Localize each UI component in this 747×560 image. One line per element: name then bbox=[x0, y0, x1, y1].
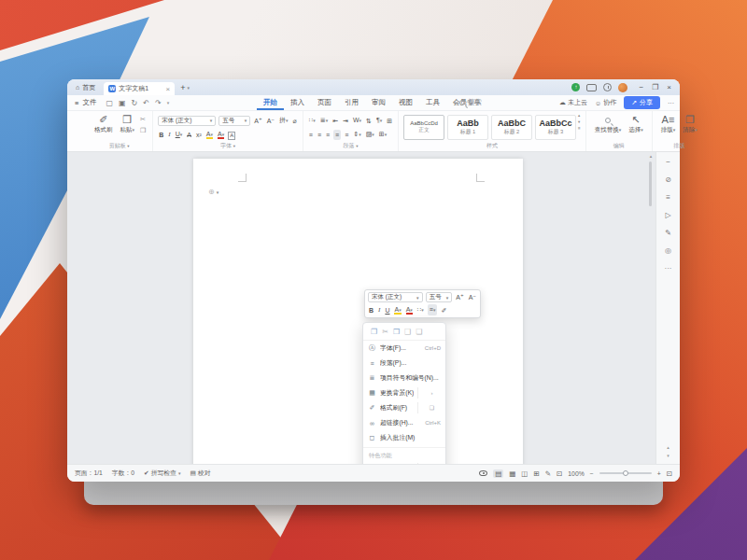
style-box-4[interactable]: AaBbCc标题 3 bbox=[535, 115, 576, 140]
scroll-up-icon[interactable]: ▴ bbox=[650, 153, 653, 159]
context-menu-item-hyperlink[interactable]: ∞超链接(H)...Ctrl+K bbox=[363, 415, 445, 430]
mini-underline-icon[interactable]: U bbox=[384, 305, 390, 315]
justify-icon[interactable]: ≡ bbox=[333, 130, 341, 140]
align-right-icon[interactable]: ≡ bbox=[325, 130, 331, 140]
cut-icon[interactable]: ✂ bbox=[140, 116, 146, 123]
clipboard-group-label[interactable]: 剪贴板 ▾ bbox=[86, 142, 152, 150]
clear-format-icon[interactable]: ⌀ bbox=[292, 116, 298, 126]
decrease-font-icon[interactable]: A⁻ bbox=[266, 116, 275, 126]
font-color-icon[interactable]: A▾ bbox=[217, 129, 225, 140]
tips-icon[interactable]: ◎ bbox=[665, 246, 671, 255]
scrollbar-thumb[interactable] bbox=[649, 161, 652, 206]
mini-font-size-select[interactable]: 五号▾ bbox=[426, 292, 453, 302]
save-icon[interactable]: ▣ bbox=[119, 99, 126, 107]
mini-bold-icon[interactable]: B bbox=[368, 305, 374, 315]
context-menu-item-change-background[interactable]: ▦更换背景(K)...› bbox=[363, 385, 445, 400]
style-box-2[interactable]: AaBb标题 1 bbox=[447, 115, 488, 140]
edit-tool-icon[interactable]: ✎ bbox=[665, 229, 671, 237]
vertical-scrollbar[interactable]: ▴ bbox=[647, 153, 655, 463]
quick-access-caret-icon[interactable]: ▾ bbox=[167, 100, 170, 105]
context-menu-item-translate[interactable]: ⇆翻译(T)› bbox=[363, 461, 445, 464]
ribbon-tab-7[interactable]: 工具 bbox=[419, 95, 446, 110]
paste-button[interactable]: ❒ 粘贴▾ bbox=[117, 113, 139, 135]
increase-indent-icon[interactable]: ⇥ bbox=[342, 116, 349, 126]
page-view-icon[interactable]: ▤ bbox=[493, 469, 503, 478]
style-scroll-down-icon[interactable]: ▾ bbox=[578, 119, 581, 124]
more-tools-icon[interactable]: ··· bbox=[665, 264, 672, 273]
ribbon-tab-6[interactable]: 视图 bbox=[392, 95, 419, 110]
style-gallery-scroll[interactable]: ▴ ▾ ≡ bbox=[576, 113, 581, 131]
underline-icon[interactable]: U▾ bbox=[175, 129, 184, 140]
style-box-1[interactable]: AaBbCcDd正文 bbox=[403, 115, 444, 140]
context-menu-item-font[interactable]: Ⓐ字体(F)...Ctrl+D bbox=[363, 341, 445, 356]
document-tab[interactable]: W 文字文稿1 × bbox=[104, 82, 175, 95]
typeset-button[interactable]: A≡ 排版▾ bbox=[657, 113, 680, 135]
ribbon-tab-5[interactable]: 审阅 bbox=[365, 95, 392, 110]
sync-icon[interactable]: ↻ bbox=[132, 99, 138, 107]
zoom-slider[interactable] bbox=[599, 472, 652, 474]
copy-icon[interactable]: ❐ bbox=[140, 127, 146, 134]
restore-button[interactable]: ❐ bbox=[652, 83, 658, 91]
help-icon[interactable]: ⊘ bbox=[665, 175, 671, 184]
show-marks-icon[interactable]: ¶▾ bbox=[375, 115, 383, 126]
new-tab-button[interactable]: + ▾ bbox=[175, 79, 195, 95]
cut-icon[interactable]: ✂ bbox=[382, 328, 388, 336]
paste-special-icon[interactable]: ❑ bbox=[404, 328, 411, 336]
ribbon-tab-1[interactable]: 开始 bbox=[257, 95, 284, 110]
italic-icon[interactable]: I bbox=[167, 129, 171, 140]
line-spacing-icon[interactable]: ⇕▾ bbox=[352, 129, 361, 140]
mini-highlight-icon[interactable]: A▾ bbox=[393, 304, 402, 315]
eye-protect-icon[interactable] bbox=[479, 470, 487, 476]
shading-icon[interactable]: ▨▾ bbox=[365, 129, 375, 140]
web-view-icon[interactable]: ▦ bbox=[509, 469, 515, 478]
mini-decrease-font-icon[interactable]: A⁻ bbox=[468, 292, 477, 302]
style-scroll-up-icon[interactable]: ▴ bbox=[578, 113, 581, 118]
text-direction-icon[interactable]: ⊞ bbox=[386, 116, 393, 126]
style-box-3[interactable]: AaBbC标题 2 bbox=[491, 115, 532, 140]
zoom-slider-thumb[interactable] bbox=[623, 470, 628, 476]
increase-font-icon[interactable]: A⁺ bbox=[253, 116, 262, 126]
workspace-icon[interactable] bbox=[586, 84, 597, 91]
insert-widget[interactable]: ⊕ ▾ bbox=[208, 188, 218, 196]
superscript-icon[interactable]: x² bbox=[195, 130, 203, 140]
word-count[interactable]: 字数：0 bbox=[112, 469, 134, 478]
page-down-icon[interactable]: ▾ bbox=[667, 453, 669, 458]
undo-icon[interactable]: ↶ bbox=[143, 99, 149, 107]
paragraph-group-label[interactable]: 段落 ▾ bbox=[303, 142, 398, 150]
pinyin-guide-icon[interactable]: 拼▾ bbox=[278, 115, 289, 126]
numbered-list-icon[interactable]: ≣▾ bbox=[319, 115, 329, 126]
new-doc-icon[interactable]: ▢ bbox=[106, 99, 113, 107]
mini-format-painter-icon[interactable]: ✐ bbox=[440, 305, 447, 315]
home-tab[interactable]: ⌂ 首页 bbox=[67, 79, 104, 95]
ink-icon[interactable]: ✎ bbox=[545, 469, 551, 478]
bullet-list-icon[interactable]: ∷▾ bbox=[308, 115, 317, 126]
ribbon-tab-3[interactable]: 页面 bbox=[311, 95, 338, 110]
bold-icon[interactable]: B bbox=[158, 130, 164, 140]
mini-increase-font-icon[interactable]: A⁺ bbox=[455, 292, 464, 302]
style-more-icon[interactable]: ≡ bbox=[578, 126, 581, 131]
more-menu-icon[interactable]: ··· bbox=[668, 100, 674, 106]
history-icon[interactable] bbox=[603, 83, 612, 91]
fullscreen-icon[interactable]: ⊡ bbox=[667, 469, 672, 478]
zoom-in-icon[interactable]: + bbox=[657, 470, 661, 477]
strikethrough-icon[interactable]: A bbox=[186, 130, 192, 140]
file-menu[interactable]: 文件 bbox=[82, 98, 96, 107]
nav-pane-icon[interactable]: ≡ bbox=[666, 193, 670, 202]
chevron-down-icon[interactable]: ▾ bbox=[188, 85, 190, 91]
collaborate-button[interactable]: ☺ 协作 bbox=[595, 98, 616, 107]
select-tool-icon[interactable]: ▷ bbox=[665, 211, 670, 219]
distribute-icon[interactable]: ≡ bbox=[344, 130, 349, 140]
ribbon-tab-2[interactable]: 插入 bbox=[284, 95, 311, 110]
mini-align-icon[interactable]: ≡▾ bbox=[428, 304, 438, 315]
minimize-button[interactable]: − bbox=[639, 83, 643, 91]
clear-button[interactable]: ❐ 清除▾ bbox=[679, 113, 701, 135]
mini-font-family-select[interactable]: 宋体 (正文)▾ bbox=[368, 292, 423, 302]
tab-close-icon[interactable]: × bbox=[166, 85, 171, 93]
page-nav[interactable]: ▴ ▾ bbox=[667, 444, 669, 458]
sort-icon[interactable]: ⇅ bbox=[365, 116, 373, 126]
user-avatar[interactable] bbox=[618, 83, 627, 92]
spellcheck-button[interactable]: ✔ 拼写检查 ▾ bbox=[144, 469, 180, 478]
copy-icon[interactable]: ❐ bbox=[371, 328, 377, 336]
context-menu-item-insert-comment[interactable]: ◻插入批注(M) bbox=[363, 430, 445, 445]
upgrade-icon[interactable]: ↑ bbox=[571, 83, 580, 91]
